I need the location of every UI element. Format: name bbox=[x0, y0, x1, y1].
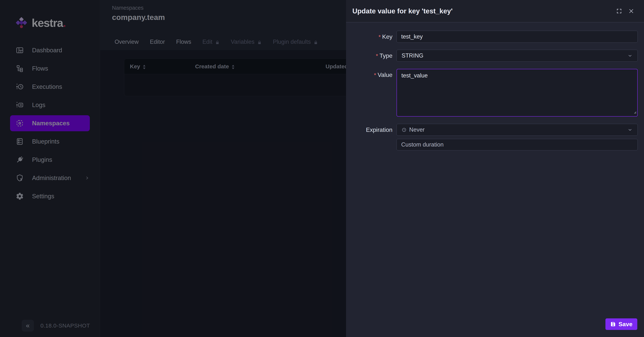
form-row-expiration: Expiration Never bbox=[346, 124, 638, 136]
save-label: Save bbox=[618, 321, 632, 328]
expiration-select-value: Never bbox=[409, 126, 425, 133]
required-marker: * bbox=[374, 72, 376, 78]
form-row-value: *Value test_value bbox=[346, 69, 638, 117]
modal-backdrop[interactable] bbox=[0, 0, 346, 337]
expiration-select[interactable]: Never bbox=[396, 124, 638, 136]
resize-handle[interactable] bbox=[633, 109, 637, 116]
value-textarea[interactable]: test_value bbox=[396, 69, 638, 117]
type-select-value: STRING bbox=[402, 52, 423, 59]
type-label: *Type bbox=[346, 50, 396, 62]
drawer-header: Update value for key 'test_key' bbox=[346, 0, 644, 22]
drawer-actions bbox=[616, 8, 634, 14]
form-row-custom-duration bbox=[346, 139, 638, 150]
form-row-key: *Key bbox=[346, 31, 638, 43]
expiration-label: Expiration bbox=[346, 124, 396, 136]
drawer-title: Update value for key 'test_key' bbox=[352, 7, 453, 15]
save-icon bbox=[610, 321, 616, 327]
required-marker: * bbox=[378, 34, 381, 40]
custom-duration-spacer bbox=[346, 139, 396, 150]
chevron-down-icon bbox=[628, 53, 633, 58]
save-button[interactable]: Save bbox=[606, 318, 637, 330]
kv-form: *Key *Type STRING *Value bbox=[346, 22, 644, 150]
form-row-type: *Type STRING bbox=[346, 50, 638, 62]
key-label: *Key bbox=[346, 31, 396, 43]
key-input[interactable] bbox=[396, 31, 638, 43]
fullscreen-icon[interactable] bbox=[616, 8, 622, 14]
custom-duration-input[interactable] bbox=[396, 139, 638, 150]
required-marker: * bbox=[376, 53, 378, 59]
value-text: test_value bbox=[402, 72, 428, 79]
kestra-app: kestra. Dashboard bbox=[0, 0, 644, 337]
chevron-down-icon bbox=[628, 127, 633, 132]
type-select[interactable]: STRING bbox=[396, 50, 638, 62]
value-label: *Value bbox=[346, 69, 396, 117]
clock-icon bbox=[402, 127, 406, 132]
close-icon[interactable] bbox=[628, 8, 634, 14]
update-kv-drawer: Update value for key 'test_key' *Key bbox=[346, 0, 644, 337]
